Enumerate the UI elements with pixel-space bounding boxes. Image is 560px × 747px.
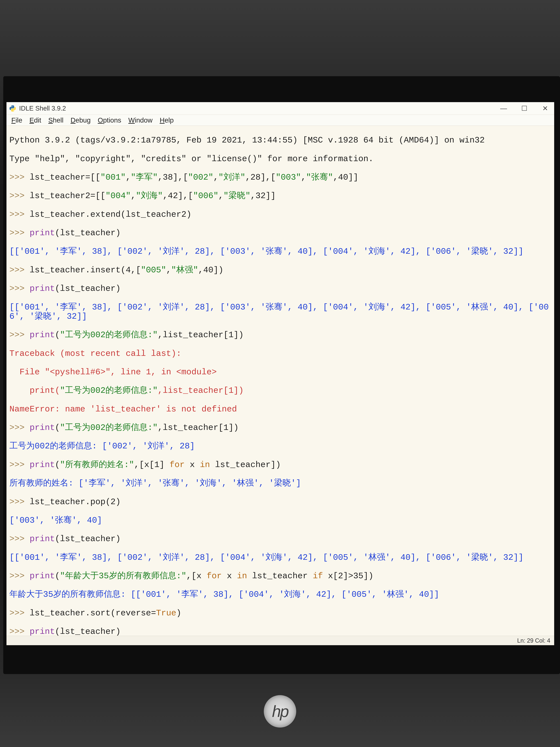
minimize-button[interactable]: —	[497, 104, 510, 112]
banner-line-2: Type "help", "copyright", "credits" or "…	[9, 154, 553, 163]
input-line-4: >>> print(lst_teacher)	[9, 228, 553, 238]
input-line-13: >>> lst_teacher.sort(reverse=True)	[9, 609, 553, 618]
close-button[interactable]: ✕	[539, 104, 552, 112]
window-title: IDLE Shell 3.9.2	[19, 105, 497, 112]
menu-edit[interactable]: Edit	[26, 116, 45, 125]
output-4: 所有教师的姓名: ['李军', '刘洋', '张骞', '刘海', '林强', …	[9, 479, 553, 488]
python-icon	[9, 105, 16, 112]
input-line-14: >>> print(lst_teacher)	[9, 627, 553, 636]
menu-help[interactable]: Help	[156, 116, 177, 125]
title-bar: IDLE Shell 3.9.2 — ☐ ✕	[6, 102, 554, 115]
output-2: [['001', '李军', 38], ['002', '刘洋', 28], […	[9, 303, 553, 321]
idle-window: IDLE Shell 3.9.2 — ☐ ✕ File Edit Shell D…	[6, 102, 554, 645]
menu-bar: File Edit Shell Debug Options Window Hel…	[6, 115, 554, 126]
traceback-1: Traceback (most recent call last):	[9, 349, 553, 358]
hp-logo-text: hp	[272, 702, 288, 721]
menu-file[interactable]: File	[8, 116, 26, 125]
output-6: [['001', '李军', 38], ['002', '刘洋', 28], […	[9, 553, 553, 562]
menu-window[interactable]: Window	[125, 116, 156, 125]
input-line-2: >>> lst_teacher2=[["004","刘海",42],["006"…	[9, 191, 553, 201]
traceback-3: print("工号为002的老师信息:",list_teacher[1])	[9, 386, 553, 395]
status-bar: Ln: 29 Col: 4	[6, 636, 554, 645]
output-3: 工号为002的老师信息: ['002', '刘洋', 28]	[9, 442, 553, 451]
traceback-4: NameError: name 'list_teacher' is not de…	[9, 405, 553, 414]
input-line-8: >>> print("工号为002的老师信息:",lst_teacher[1])	[9, 423, 553, 432]
menu-debug[interactable]: Debug	[67, 116, 94, 125]
output-1: [['001', '李军', 38], ['002', '刘洋', 28], […	[9, 247, 553, 256]
cursor-position-label: Ln: 29 Col: 4	[517, 637, 550, 644]
input-line-7: >>> print("工号为002的老师信息:",list_teacher[1]…	[9, 330, 553, 340]
input-line-11: >>> print(lst_teacher)	[9, 534, 553, 544]
input-line-12: >>> print("年龄大于35岁的所有教师信息:",[x for x in …	[9, 571, 553, 581]
shell-output-area[interactable]: Python 3.9.2 (tags/v3.9.2:1a79785, Feb 1…	[6, 126, 554, 636]
input-line-6: >>> print(lst_teacher)	[9, 284, 553, 293]
photo-frame: IDLE Shell 3.9.2 — ☐ ✕ File Edit Shell D…	[0, 0, 560, 747]
input-line-1: >>> lst_teacher=[["001","李军",38],["002",…	[9, 173, 553, 182]
menu-options[interactable]: Options	[94, 116, 125, 125]
traceback-2: File "<pyshell#6>", line 1, in <module>	[9, 367, 553, 377]
input-line-9: >>> print("所有教师的姓名:",[x[1] for x in lst_…	[9, 460, 553, 469]
prompt: >>>	[9, 173, 30, 182]
window-controls: — ☐ ✕	[497, 104, 552, 112]
input-line-3: >>> lst_teacher.extend(lst_teacher2)	[9, 210, 553, 219]
hp-logo: hp	[264, 695, 296, 727]
input-line-5: >>> lst_teacher.insert(4,["005","林强",40]…	[9, 265, 553, 275]
output-5: ['003', '张骞', 40]	[9, 516, 553, 525]
output-7: 年龄大于35岁的所有教师信息: [['001', '李军', 38], ['00…	[9, 590, 553, 599]
input-line-10: >>> lst_teacher.pop(2)	[9, 497, 553, 507]
banner-line-1: Python 3.9.2 (tags/v3.9.2:1a79785, Feb 1…	[9, 136, 553, 145]
maximize-button[interactable]: ☐	[518, 104, 531, 112]
menu-shell[interactable]: Shell	[45, 116, 67, 125]
